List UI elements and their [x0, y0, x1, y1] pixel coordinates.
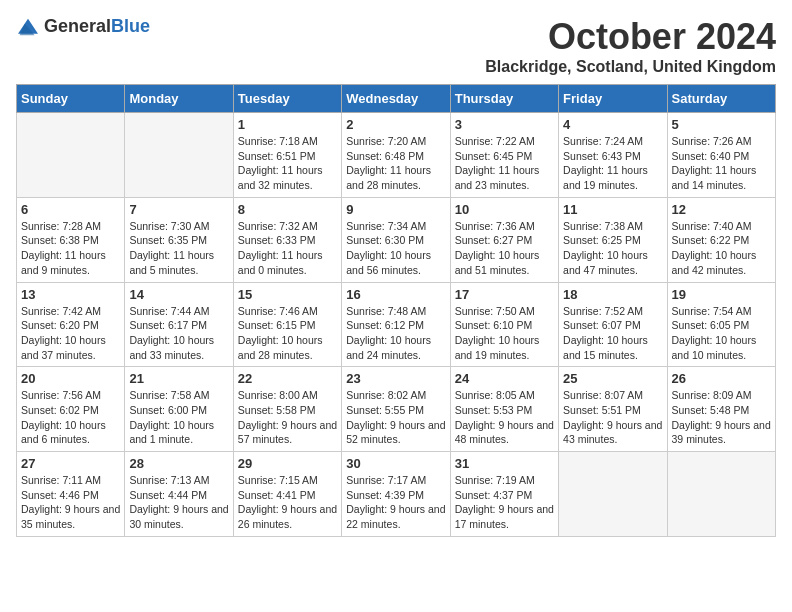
day-number: 26: [672, 371, 771, 386]
calendar-cell: 26Sunrise: 8:09 AMSunset: 5:48 PMDayligh…: [667, 367, 775, 452]
calendar-cell: 12Sunrise: 7:40 AMSunset: 6:22 PMDayligh…: [667, 197, 775, 282]
day-info: Sunrise: 7:11 AMSunset: 4:46 PMDaylight:…: [21, 473, 120, 532]
day-info: Sunrise: 8:05 AMSunset: 5:53 PMDaylight:…: [455, 388, 554, 447]
day-number: 28: [129, 456, 228, 471]
day-number: 19: [672, 287, 771, 302]
day-info: Sunrise: 7:17 AMSunset: 4:39 PMDaylight:…: [346, 473, 445, 532]
day-number: 15: [238, 287, 337, 302]
calendar-cell: 3Sunrise: 7:22 AMSunset: 6:45 PMDaylight…: [450, 113, 558, 198]
day-number: 31: [455, 456, 554, 471]
logo-blue: Blue: [111, 16, 150, 36]
day-info: Sunrise: 7:28 AMSunset: 6:38 PMDaylight:…: [21, 219, 120, 278]
calendar-cell: 25Sunrise: 8:07 AMSunset: 5:51 PMDayligh…: [559, 367, 667, 452]
week-row-5: 27Sunrise: 7:11 AMSunset: 4:46 PMDayligh…: [17, 452, 776, 537]
week-row-3: 13Sunrise: 7:42 AMSunset: 6:20 PMDayligh…: [17, 282, 776, 367]
calendar-cell: 20Sunrise: 7:56 AMSunset: 6:02 PMDayligh…: [17, 367, 125, 452]
calendar-cell: 30Sunrise: 7:17 AMSunset: 4:39 PMDayligh…: [342, 452, 450, 537]
calendar-cell: 19Sunrise: 7:54 AMSunset: 6:05 PMDayligh…: [667, 282, 775, 367]
day-number: 2: [346, 117, 445, 132]
day-info: Sunrise: 7:36 AMSunset: 6:27 PMDaylight:…: [455, 219, 554, 278]
logo-icon: [16, 17, 40, 37]
week-row-4: 20Sunrise: 7:56 AMSunset: 6:02 PMDayligh…: [17, 367, 776, 452]
day-info: Sunrise: 7:46 AMSunset: 6:15 PMDaylight:…: [238, 304, 337, 363]
day-header-wednesday: Wednesday: [342, 85, 450, 113]
calendar-cell: 1Sunrise: 7:18 AMSunset: 6:51 PMDaylight…: [233, 113, 341, 198]
day-info: Sunrise: 7:52 AMSunset: 6:07 PMDaylight:…: [563, 304, 662, 363]
calendar-cell: [559, 452, 667, 537]
calendar-cell: [125, 113, 233, 198]
calendar-cell: 22Sunrise: 8:00 AMSunset: 5:58 PMDayligh…: [233, 367, 341, 452]
day-number: 17: [455, 287, 554, 302]
location-title: Blackridge, Scotland, United Kingdom: [485, 58, 776, 76]
day-number: 22: [238, 371, 337, 386]
calendar-cell: 6Sunrise: 7:28 AMSunset: 6:38 PMDaylight…: [17, 197, 125, 282]
day-number: 25: [563, 371, 662, 386]
calendar-cell: 27Sunrise: 7:11 AMSunset: 4:46 PMDayligh…: [17, 452, 125, 537]
header: GeneralBlue October 2024 Blackridge, Sco…: [16, 16, 776, 76]
day-info: Sunrise: 8:07 AMSunset: 5:51 PMDaylight:…: [563, 388, 662, 447]
day-header-friday: Friday: [559, 85, 667, 113]
day-info: Sunrise: 7:48 AMSunset: 6:12 PMDaylight:…: [346, 304, 445, 363]
day-number: 4: [563, 117, 662, 132]
day-number: 10: [455, 202, 554, 217]
day-info: Sunrise: 7:15 AMSunset: 4:41 PMDaylight:…: [238, 473, 337, 532]
calendar-cell: 14Sunrise: 7:44 AMSunset: 6:17 PMDayligh…: [125, 282, 233, 367]
day-number: 6: [21, 202, 120, 217]
day-info: Sunrise: 7:24 AMSunset: 6:43 PMDaylight:…: [563, 134, 662, 193]
day-info: Sunrise: 7:20 AMSunset: 6:48 PMDaylight:…: [346, 134, 445, 193]
calendar-cell: 28Sunrise: 7:13 AMSunset: 4:44 PMDayligh…: [125, 452, 233, 537]
day-info: Sunrise: 8:09 AMSunset: 5:48 PMDaylight:…: [672, 388, 771, 447]
calendar-cell: 13Sunrise: 7:42 AMSunset: 6:20 PMDayligh…: [17, 282, 125, 367]
header-row: SundayMondayTuesdayWednesdayThursdayFrid…: [17, 85, 776, 113]
calendar-cell: 2Sunrise: 7:20 AMSunset: 6:48 PMDaylight…: [342, 113, 450, 198]
calendar-cell: 15Sunrise: 7:46 AMSunset: 6:15 PMDayligh…: [233, 282, 341, 367]
day-info: Sunrise: 7:50 AMSunset: 6:10 PMDaylight:…: [455, 304, 554, 363]
day-number: 11: [563, 202, 662, 217]
calendar-cell: 10Sunrise: 7:36 AMSunset: 6:27 PMDayligh…: [450, 197, 558, 282]
day-info: Sunrise: 7:22 AMSunset: 6:45 PMDaylight:…: [455, 134, 554, 193]
calendar-table: SundayMondayTuesdayWednesdayThursdayFrid…: [16, 84, 776, 537]
day-number: 29: [238, 456, 337, 471]
calendar-cell: 5Sunrise: 7:26 AMSunset: 6:40 PMDaylight…: [667, 113, 775, 198]
day-info: Sunrise: 7:38 AMSunset: 6:25 PMDaylight:…: [563, 219, 662, 278]
calendar-cell: 9Sunrise: 7:34 AMSunset: 6:30 PMDaylight…: [342, 197, 450, 282]
day-number: 16: [346, 287, 445, 302]
logo-general: General: [44, 16, 111, 36]
day-info: Sunrise: 7:44 AMSunset: 6:17 PMDaylight:…: [129, 304, 228, 363]
day-number: 18: [563, 287, 662, 302]
calendar-cell: 7Sunrise: 7:30 AMSunset: 6:35 PMDaylight…: [125, 197, 233, 282]
calendar-cell: 18Sunrise: 7:52 AMSunset: 6:07 PMDayligh…: [559, 282, 667, 367]
day-number: 3: [455, 117, 554, 132]
day-number: 24: [455, 371, 554, 386]
day-header-saturday: Saturday: [667, 85, 775, 113]
day-info: Sunrise: 8:00 AMSunset: 5:58 PMDaylight:…: [238, 388, 337, 447]
week-row-1: 1Sunrise: 7:18 AMSunset: 6:51 PMDaylight…: [17, 113, 776, 198]
day-number: 30: [346, 456, 445, 471]
day-info: Sunrise: 7:18 AMSunset: 6:51 PMDaylight:…: [238, 134, 337, 193]
week-row-2: 6Sunrise: 7:28 AMSunset: 6:38 PMDaylight…: [17, 197, 776, 282]
day-header-thursday: Thursday: [450, 85, 558, 113]
day-header-sunday: Sunday: [17, 85, 125, 113]
day-number: 9: [346, 202, 445, 217]
day-number: 21: [129, 371, 228, 386]
day-number: 20: [21, 371, 120, 386]
calendar-cell: 17Sunrise: 7:50 AMSunset: 6:10 PMDayligh…: [450, 282, 558, 367]
day-header-tuesday: Tuesday: [233, 85, 341, 113]
day-number: 5: [672, 117, 771, 132]
day-info: Sunrise: 7:58 AMSunset: 6:00 PMDaylight:…: [129, 388, 228, 447]
calendar-cell: [667, 452, 775, 537]
title-area: October 2024 Blackridge, Scotland, Unite…: [485, 16, 776, 76]
calendar-cell: 11Sunrise: 7:38 AMSunset: 6:25 PMDayligh…: [559, 197, 667, 282]
calendar-cell: 31Sunrise: 7:19 AMSunset: 4:37 PMDayligh…: [450, 452, 558, 537]
calendar-cell: 21Sunrise: 7:58 AMSunset: 6:00 PMDayligh…: [125, 367, 233, 452]
day-info: Sunrise: 7:40 AMSunset: 6:22 PMDaylight:…: [672, 219, 771, 278]
day-number: 23: [346, 371, 445, 386]
day-info: Sunrise: 8:02 AMSunset: 5:55 PMDaylight:…: [346, 388, 445, 447]
day-info: Sunrise: 7:34 AMSunset: 6:30 PMDaylight:…: [346, 219, 445, 278]
calendar-cell: 23Sunrise: 8:02 AMSunset: 5:55 PMDayligh…: [342, 367, 450, 452]
day-info: Sunrise: 7:13 AMSunset: 4:44 PMDaylight:…: [129, 473, 228, 532]
calendar-cell: 29Sunrise: 7:15 AMSunset: 4:41 PMDayligh…: [233, 452, 341, 537]
day-info: Sunrise: 7:54 AMSunset: 6:05 PMDaylight:…: [672, 304, 771, 363]
day-number: 1: [238, 117, 337, 132]
day-info: Sunrise: 7:30 AMSunset: 6:35 PMDaylight:…: [129, 219, 228, 278]
